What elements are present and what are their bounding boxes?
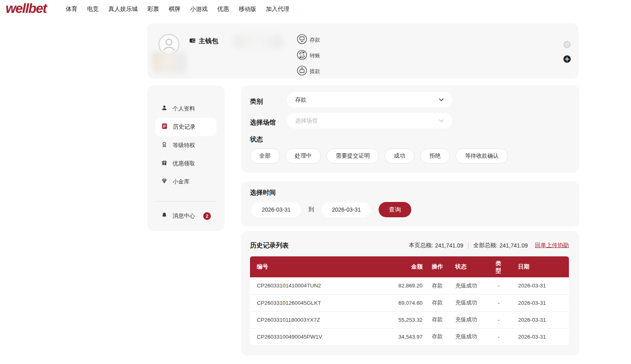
- sidebar-item-promo-claim[interactable]: 优惠领取: [147, 154, 225, 173]
- status-pill-rejected[interactable]: 拒绝: [420, 148, 450, 164]
- category-label: 类别: [250, 98, 263, 106]
- sidebar-item-message-center[interactable]: 消息中心 2: [147, 207, 225, 225]
- column-header-status: 状态: [454, 256, 483, 277]
- chevron-down-icon: [438, 118, 444, 124]
- withdraw-button[interactable]: 提款: [297, 65, 320, 77]
- date-to-input[interactable]: [321, 202, 371, 217]
- sidebar-item-label: 消息中心: [173, 212, 195, 220]
- main-menu: 体育 电竞 真人娱乐城 彩票 棋牌 小游戏 优惠 移动版 加入代理: [66, 0, 289, 18]
- deposit-label: 存款: [310, 36, 320, 44]
- venue-placeholder: 选择场馆: [295, 117, 438, 125]
- cell-id: CP26033101180003YX7Z: [250, 311, 385, 328]
- nav-item-mobile[interactable]: 移动版: [239, 5, 256, 13]
- sidebar-item-vip-level[interactable]: 等级特权: [147, 136, 225, 154]
- category-select[interactable]: 存款: [287, 92, 452, 108]
- transfer-button[interactable]: 转账: [297, 50, 320, 62]
- history-table: 编号 金额 操作 状态 类型 日期 CP26033101410004TUN2 8…: [250, 256, 569, 345]
- time-select-title: 选择时间: [250, 189, 276, 197]
- cell-id: CP26033100490045PW1V: [250, 328, 385, 345]
- page: wellbet 体育 电竞 真人娱乐城 彩票 棋牌 小游戏 优惠 移动版 加入代…: [0, 0, 631, 364]
- blurred-balance: [233, 35, 283, 48]
- main-wallet: 主钱包: [189, 37, 218, 46]
- table-row: CP26033101410004TUN2 82,869.20 存款 充值成功 -…: [250, 277, 569, 294]
- history-totals: 本页总额: 241,741.09 全部总额: 241,741.09 回单上传协助: [409, 242, 569, 249]
- date-range-to-label: 到: [308, 206, 314, 213]
- query-button[interactable]: 查询: [379, 202, 411, 217]
- top-navigation: wellbet 体育 电竞 真人娱乐城 彩票 棋牌 小游戏 优惠 移动版 加入代…: [0, 0, 631, 18]
- wallet-label: 主钱包: [199, 37, 218, 46]
- wellbet-logo[interactable]: wellbet: [6, 1, 46, 16]
- status-pill-proof-required[interactable]: 需要提交证明: [327, 148, 379, 164]
- cell-status: 充值成功: [454, 277, 483, 294]
- nav-item-mini-games[interactable]: 小游戏: [190, 5, 208, 13]
- nav-item-lottery[interactable]: 彩票: [148, 5, 159, 13]
- nav-item-board-games[interactable]: 棋牌: [169, 5, 181, 13]
- cell-operation: 存款: [423, 294, 454, 311]
- column-header-date: 日期: [515, 256, 569, 277]
- wallet-icon: [189, 37, 196, 46]
- status-pill-processing[interactable]: 处理中: [285, 148, 321, 164]
- cell-date: 2026-03-31: [515, 294, 569, 311]
- sidebar-item-vault[interactable]: 小金库: [147, 173, 225, 191]
- column-header-amount: 金额: [385, 256, 423, 277]
- sidebar-item-history[interactable]: 历史记录: [155, 118, 217, 136]
- totals-divider: [468, 242, 469, 249]
- cell-amount: 82,869.20: [385, 277, 423, 294]
- sidebar-item-profile[interactable]: 个人资料: [147, 100, 225, 118]
- nav-item-esports[interactable]: 电竞: [87, 5, 99, 13]
- column-header-operation: 操作: [423, 256, 454, 277]
- time-select-row: 到 查询: [251, 202, 411, 217]
- gift-icon: [161, 160, 167, 167]
- withdraw-label: 提款: [310, 68, 320, 75]
- status-pill-awaiting-confirmation[interactable]: 等待收款确认: [456, 148, 508, 164]
- history-card: 历史记录列表 本页总额: 241,741.09 全部总额: 241,741.09…: [241, 231, 579, 356]
- add-wallet-button[interactable]: [563, 55, 571, 63]
- cell-status: 充值成功: [454, 311, 483, 328]
- nav-item-sports[interactable]: 体育: [66, 5, 77, 13]
- cell-date: 2026-03-31: [515, 328, 569, 345]
- filter-card: 类别 存款 选择场馆 选择场馆 状态 全部 处理中 需要提交证明 成功 拒绝 等…: [241, 85, 579, 173]
- cell-type: -: [483, 294, 515, 311]
- nav-item-promotions[interactable]: 优惠: [217, 5, 229, 13]
- nav-item-join-agent[interactable]: 加入代理: [266, 5, 289, 13]
- cell-date: 2026-03-31: [515, 311, 569, 328]
- history-icon: [161, 123, 168, 131]
- venue-label: 选择场馆: [250, 119, 276, 127]
- sidebar-item-label: 历史记录: [173, 123, 196, 131]
- profile-card: 主钱包 存款: [147, 23, 579, 79]
- status-pill-all[interactable]: 全部: [250, 148, 280, 164]
- status-pill-success[interactable]: 成功: [385, 148, 414, 164]
- refresh-icon[interactable]: [563, 40, 571, 49]
- diamond-icon: [161, 178, 167, 185]
- cell-status: 充值成功: [454, 328, 483, 345]
- page-total-value: 241,741.09: [435, 242, 463, 249]
- cell-amount: 55,253.32: [385, 311, 423, 328]
- venue-select[interactable]: 选择场馆: [287, 113, 452, 129]
- all-total-value: 241,741.09: [500, 242, 528, 249]
- time-select-card: 选择时间 到 查询: [241, 181, 579, 227]
- transfer-label: 转账: [310, 52, 320, 59]
- sidebar-item-label: 等级特权: [173, 142, 195, 149]
- receipt-upload-link[interactable]: 回单上传协助: [535, 242, 569, 249]
- date-from-input[interactable]: [251, 202, 301, 217]
- sidebar-item-label: 个人资料: [173, 105, 195, 112]
- medal-icon: [161, 141, 167, 149]
- profile-side-controls: [563, 40, 571, 63]
- wallet-actions: 存款 转账: [297, 34, 320, 77]
- message-count-badge: 2: [203, 212, 211, 220]
- cell-amount: 34,543.97: [385, 328, 423, 345]
- cell-id: CP26033101260045GLKT: [250, 294, 385, 311]
- nav-item-live-casino[interactable]: 真人娱乐城: [108, 5, 138, 13]
- sidebar-divider: [155, 201, 217, 202]
- page-total-label: 本页总额:: [409, 242, 433, 249]
- deposit-button[interactable]: 存款: [297, 34, 320, 46]
- status-label: 状态: [250, 135, 263, 144]
- cell-amount: 69,074.60: [385, 294, 423, 311]
- history-list-title: 历史记录列表: [250, 241, 289, 250]
- table-row: CP26033101260045GLKT 69,074.60 存款 充值成功 -…: [250, 294, 569, 311]
- sidebar-item-label: 优惠领取: [173, 160, 195, 167]
- column-header-id: 编号: [250, 256, 385, 277]
- cell-operation: 存款: [423, 328, 454, 345]
- cell-operation: 存款: [423, 277, 454, 294]
- cell-status: 充值成功: [454, 294, 483, 311]
